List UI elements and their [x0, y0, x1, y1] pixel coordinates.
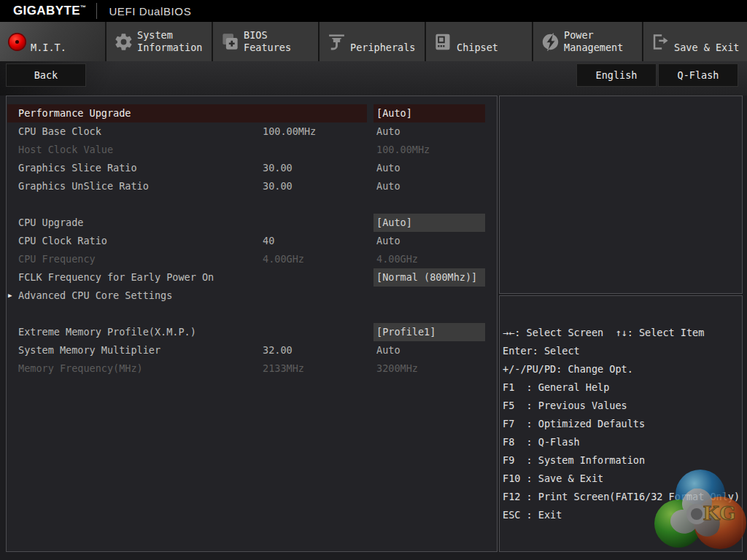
- top-bar: GIGABYTE™ UEFI DualBIOS: [0, 0, 747, 22]
- tab-label: BIOSFeatures: [244, 29, 291, 54]
- bios-title: UEFI DualBIOS: [109, 5, 191, 18]
- help-line: +/-/PU/PD: Change Opt.: [503, 360, 742, 378]
- setting-value: Auto: [374, 177, 485, 195]
- setting-row[interactable]: Graphics Slice Ratio30.00Auto: [7, 159, 497, 177]
- setting-row[interactable]: CPU Base Clock100.00MHzAuto: [7, 122, 497, 141]
- back-button[interactable]: Back: [6, 63, 86, 87]
- setting-row[interactable]: CPU Frequency4.00GHz4.00GHz: [7, 250, 497, 268]
- setting-value-cell[interactable]: [Auto]: [374, 214, 485, 232]
- trademark-symbol: ™: [80, 4, 86, 11]
- setting-value-cell[interactable]: [Auto]: [374, 104, 485, 122]
- item-help-panel: [499, 96, 743, 294]
- help-line: Enter: Select: [503, 342, 742, 360]
- tab-save-exit[interactable]: Save & Exit: [643, 22, 747, 61]
- setting-row[interactable]: Performance Upgrade[Auto]: [7, 104, 497, 122]
- setting-row[interactable]: Graphics UnSlice Ratio30.00Auto: [7, 177, 497, 195]
- tab-power-management[interactable]: PowerManagement: [533, 22, 643, 61]
- setting-current-value: 2133MHz: [263, 359, 304, 378]
- tab-system-information[interactable]: SystemInformation: [107, 22, 213, 61]
- settings-spacer: [7, 305, 497, 323]
- bios-chip-icon: [220, 32, 240, 52]
- help-line: F12 : Print Screen(FAT16/32 Format Only): [503, 488, 742, 506]
- setting-label: Graphics Slice Ratio: [18, 159, 137, 177]
- setting-label: FCLK Frequency for Early Power On: [18, 268, 214, 287]
- tab-label: Chipset: [457, 29, 498, 54]
- setting-label: Extreme Memory Profile(X.M.P.): [18, 323, 196, 341]
- setting-label: Graphics UnSlice Ratio: [18, 177, 149, 195]
- plug-icon: [327, 32, 347, 52]
- setting-label: CPU Frequency: [18, 250, 96, 268]
- help-line: F9 : System Information: [503, 451, 742, 470]
- language-button[interactable]: English: [576, 63, 657, 87]
- setting-value: 100.00MHz: [374, 141, 485, 159]
- setting-label: System Memory Multiplier: [18, 341, 160, 359]
- setting-value-cell[interactable]: [Normal (800Mhz)]: [374, 268, 485, 287]
- setting-label: Host Clock Value: [18, 141, 113, 159]
- setting-value: 3200MHz: [374, 359, 485, 378]
- key-help-panel: →←: Select Screen ↑↓: Select ItemEnter: …: [499, 295, 743, 552]
- exit-icon: [651, 32, 670, 52]
- tab-peripherals[interactable]: Peripherals: [320, 22, 426, 61]
- settings-panel: Performance Upgrade[Auto]CPU Base Clock1…: [6, 96, 498, 552]
- help-line: ESC : Exit: [503, 506, 742, 524]
- tab-label: M.I.T.: [31, 29, 66, 54]
- setting-row[interactable]: ▶Advanced CPU Core Settings: [7, 287, 497, 305]
- settings-spacer: [7, 195, 497, 214]
- setting-label: Memory Frequency(MHz): [18, 359, 143, 378]
- setting-label: CPU Base Clock: [18, 122, 101, 141]
- setting-row[interactable]: FCLK Frequency for Early Power On[Normal…: [7, 268, 497, 287]
- setting-label: Performance Upgrade: [18, 104, 131, 122]
- tab-label: Peripherals: [350, 29, 415, 54]
- setting-row[interactable]: Host Clock Value100.00MHz: [7, 141, 497, 159]
- setting-current-value: 32.00: [263, 341, 293, 359]
- setting-current-value: 40: [263, 232, 274, 250]
- setting-label: CPU Upgrade: [18, 214, 83, 232]
- setting-row[interactable]: Memory Frequency(MHz)2133MHz3200MHz: [7, 359, 497, 378]
- key-help-list: →←: Select Screen ↑↓: Select ItemEnter: …: [500, 296, 742, 524]
- setting-row[interactable]: CPU Upgrade[Auto]: [7, 214, 497, 232]
- help-line: →←: Select Screen ↑↓: Select Item: [503, 324, 742, 342]
- setting-current-value: 30.00: [263, 177, 293, 195]
- tab-mit[interactable]: M.I.T.: [0, 22, 107, 61]
- gear-icon: [114, 32, 133, 52]
- tab-chipset[interactable]: Chipset: [426, 22, 533, 61]
- settings-list: Performance Upgrade[Auto]CPU Base Clock1…: [7, 96, 497, 378]
- setting-current-value: 30.00: [263, 159, 293, 177]
- setting-row[interactable]: Extreme Memory Profile(X.M.P.)[Profile1]: [7, 323, 497, 341]
- help-line: F8 : Q-Flash: [503, 433, 742, 451]
- bolt-icon: [541, 32, 560, 52]
- setting-label: Advanced CPU Core Settings: [18, 287, 172, 305]
- chipset-icon: [433, 32, 453, 52]
- header-divider: [96, 3, 97, 19]
- help-line: F5 : Previous Values: [503, 397, 742, 415]
- help-line: F10 : Save & Exit: [503, 470, 742, 488]
- setting-row[interactable]: System Memory Multiplier32.00Auto: [7, 341, 497, 359]
- help-line: F7 : Optimized Defaults: [503, 415, 742, 433]
- tab-bios-features[interactable]: BIOSFeatures: [213, 22, 320, 61]
- tab-label: Save & Exit: [674, 29, 739, 54]
- red-dial-icon: [7, 32, 27, 52]
- setting-value-cell[interactable]: [Profile1]: [374, 323, 485, 341]
- tab-label: PowerManagement: [564, 29, 623, 54]
- setting-value: Auto: [374, 122, 485, 141]
- setting-value: 4.00GHz: [374, 250, 485, 268]
- setting-value: Auto: [374, 159, 485, 177]
- setting-row[interactable]: CPU Clock Ratio40Auto: [7, 232, 497, 250]
- setting-current-value: 100.00MHz: [263, 122, 316, 141]
- tab-bar: M.I.T.SystemInformationBIOSFeaturesPerip…: [0, 22, 747, 61]
- qflash-button[interactable]: Q-Flash: [658, 63, 738, 87]
- help-line: F1 : General Help: [503, 378, 742, 397]
- submenu-arrow-icon: ▶: [8, 287, 12, 305]
- setting-current-value: 4.00GHz: [263, 250, 304, 268]
- setting-label: CPU Clock Ratio: [18, 232, 107, 250]
- setting-value: Auto: [374, 341, 485, 359]
- tab-label: SystemInformation: [137, 29, 202, 54]
- setting-value: Auto: [374, 232, 485, 250]
- gigabyte-logo: GIGABYTE™: [13, 4, 86, 18]
